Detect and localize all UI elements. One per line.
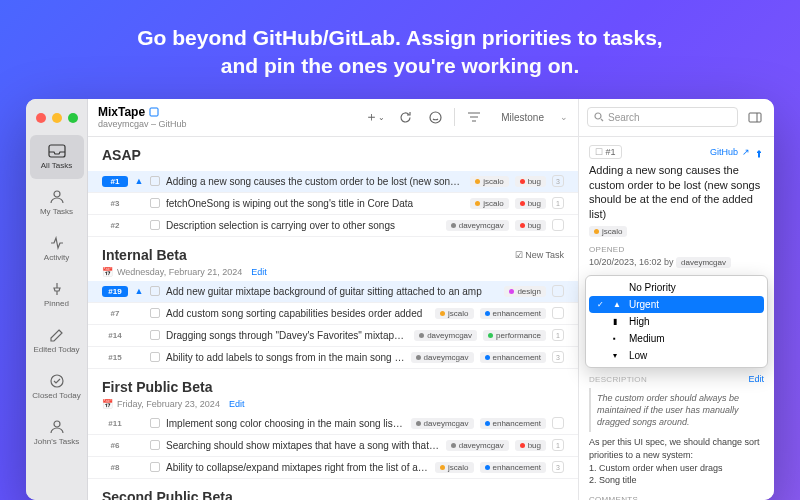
zoom-icon[interactable] bbox=[68, 113, 78, 123]
task-id: #6 bbox=[102, 440, 128, 451]
priority-option[interactable]: ▾Low bbox=[589, 347, 764, 364]
sidebar-item-all-tasks[interactable]: All Tasks bbox=[30, 135, 84, 179]
tag[interactable]: bug bbox=[515, 440, 546, 451]
task-row[interactable]: #11Implement song color choosing in the … bbox=[88, 413, 578, 435]
tag[interactable]: enhancement bbox=[480, 308, 546, 319]
task-title: Add new guitar mixtape background of gui… bbox=[166, 286, 498, 297]
add-button[interactable]: ＋⌄ bbox=[364, 106, 386, 128]
task-row[interactable]: #19▲Add new guitar mixtape background of… bbox=[88, 281, 578, 303]
edit-milestone-button[interactable]: Edit bbox=[229, 399, 245, 409]
checkbox[interactable] bbox=[150, 462, 160, 472]
checkbox[interactable] bbox=[150, 352, 160, 362]
tag[interactable]: design bbox=[504, 286, 546, 297]
external-link-icon[interactable]: ↗ bbox=[742, 147, 750, 157]
checkbox[interactable] bbox=[150, 198, 160, 208]
checkbox[interactable] bbox=[150, 220, 160, 230]
priority-option[interactable]: ▮High bbox=[589, 313, 764, 330]
priority-option[interactable]: ▪Medium bbox=[589, 330, 764, 347]
github-link[interactable]: GitHub bbox=[710, 147, 738, 157]
sidebar-item-johns-tasks[interactable]: John's Tasks bbox=[30, 411, 84, 455]
sidebar-item-pinned[interactable]: Pinned bbox=[30, 273, 84, 317]
tag[interactable]: daveymcgav bbox=[414, 330, 477, 341]
task-list[interactable]: ASAP#1▲Adding a new song causes the cust… bbox=[88, 137, 578, 500]
comment-count bbox=[552, 307, 564, 319]
comment-count bbox=[552, 285, 564, 297]
comment-count bbox=[552, 219, 564, 231]
checkbox[interactable] bbox=[150, 418, 160, 428]
tag[interactable]: performance bbox=[483, 330, 546, 341]
description-body: As per this UI spec, we should change so… bbox=[589, 436, 764, 486]
checkbox[interactable] bbox=[150, 440, 160, 450]
smile-button[interactable] bbox=[424, 106, 446, 128]
pin-icon[interactable] bbox=[754, 146, 764, 158]
tag[interactable]: jscalo bbox=[470, 176, 508, 187]
comment-count: 1 bbox=[552, 439, 564, 451]
sidebar-item-edited-today[interactable]: Edited Today bbox=[30, 319, 84, 363]
task-title: Adding a new song causes the custom orde… bbox=[589, 163, 764, 222]
task-row[interactable]: #6Searching should show mixtapes that ha… bbox=[88, 435, 578, 457]
person-icon bbox=[48, 419, 66, 435]
tag[interactable]: bug bbox=[515, 176, 546, 187]
marketing-headline: Go beyond GitHub/GitLab. Assign prioriti… bbox=[0, 0, 800, 99]
window-controls[interactable] bbox=[26, 107, 78, 133]
tag[interactable]: jscalo bbox=[435, 462, 473, 473]
comment-count: 3 bbox=[552, 461, 564, 473]
pencil-icon bbox=[48, 327, 66, 343]
tag[interactable]: daveymcgav bbox=[411, 418, 474, 429]
opened-label: OPENED bbox=[589, 245, 764, 254]
sidebar-item-closed-today[interactable]: Closed Today bbox=[30, 365, 84, 409]
checkbox[interactable] bbox=[150, 330, 160, 340]
tag[interactable]: bug bbox=[515, 220, 546, 231]
assignee-tag[interactable]: jscalo bbox=[589, 226, 627, 237]
checkbox[interactable] bbox=[150, 176, 160, 186]
task-id: #8 bbox=[102, 462, 128, 473]
task-title: fetchOneSong is wiping out the song's ti… bbox=[166, 198, 464, 209]
description-quote: The custom order should always be mainta… bbox=[589, 388, 764, 432]
minimize-icon[interactable] bbox=[52, 113, 62, 123]
columns-icon[interactable] bbox=[744, 106, 766, 128]
task-row[interactable]: #8Ability to collapse/expand mixtapes ri… bbox=[88, 457, 578, 479]
tag[interactable]: enhancement bbox=[480, 462, 546, 473]
comment-count: 3 bbox=[552, 351, 564, 363]
tag[interactable]: bug bbox=[515, 198, 546, 209]
sidebar-item-activity[interactable]: Activity bbox=[30, 227, 84, 271]
edit-milestone-button[interactable]: Edit bbox=[251, 267, 267, 277]
checkbox[interactable] bbox=[150, 308, 160, 318]
close-icon[interactable] bbox=[36, 113, 46, 123]
refresh-button[interactable] bbox=[394, 106, 416, 128]
task-row[interactable]: #14Dragging songs through "Davey's Favor… bbox=[88, 325, 578, 347]
comments-label: COMMENTS bbox=[589, 495, 764, 500]
task-row[interactable]: #1▲Adding a new song causes the custom o… bbox=[88, 171, 578, 193]
section-date: 📅Wednesday, February 21, 2024 Edit bbox=[102, 267, 564, 277]
svg-rect-7 bbox=[749, 113, 761, 122]
tag[interactable]: daveymcgav bbox=[446, 220, 509, 231]
section-title: ASAP bbox=[102, 147, 141, 163]
priority-dropdown[interactable]: No Priority✓▲Urgent▮High▪Medium▾Low bbox=[585, 275, 768, 368]
search-input[interactable]: Search bbox=[587, 107, 738, 127]
task-row[interactable]: #15Ability to add labels to songs from i… bbox=[88, 347, 578, 369]
tag[interactable]: jscalo bbox=[435, 308, 473, 319]
svg-point-3 bbox=[54, 421, 60, 427]
task-row[interactable]: #7Add custom song sorting capabilities b… bbox=[88, 303, 578, 325]
milestone-label[interactable]: Milestone bbox=[493, 110, 552, 125]
task-id: #7 bbox=[102, 308, 128, 319]
task-title: Dragging songs through "Davey's Favorite… bbox=[166, 330, 408, 341]
tag[interactable]: jscalo bbox=[470, 198, 508, 209]
priority-option[interactable]: No Priority bbox=[589, 279, 764, 296]
tag[interactable]: enhancement bbox=[480, 418, 546, 429]
edit-description-button[interactable]: Edit bbox=[748, 374, 764, 384]
priority-option[interactable]: ✓▲Urgent bbox=[589, 296, 764, 313]
task-row[interactable]: #3fetchOneSong is wiping out the song's … bbox=[88, 193, 578, 215]
tag[interactable]: daveymcgav bbox=[411, 352, 474, 363]
tag[interactable]: daveymcgav bbox=[446, 440, 509, 451]
checkbox[interactable] bbox=[150, 286, 160, 296]
filter-button[interactable] bbox=[463, 106, 485, 128]
task-title: Description selection is carrying over t… bbox=[166, 220, 440, 231]
tray-icon bbox=[48, 143, 66, 159]
task-row[interactable]: #2Description selection is carrying over… bbox=[88, 215, 578, 237]
new-task-button[interactable]: ☑ New Task bbox=[515, 250, 564, 260]
section-title: First Public Beta bbox=[102, 379, 212, 395]
svg-point-2 bbox=[51, 375, 63, 387]
tag[interactable]: enhancement bbox=[480, 352, 546, 363]
sidebar-item-my-tasks[interactable]: My Tasks bbox=[30, 181, 84, 225]
